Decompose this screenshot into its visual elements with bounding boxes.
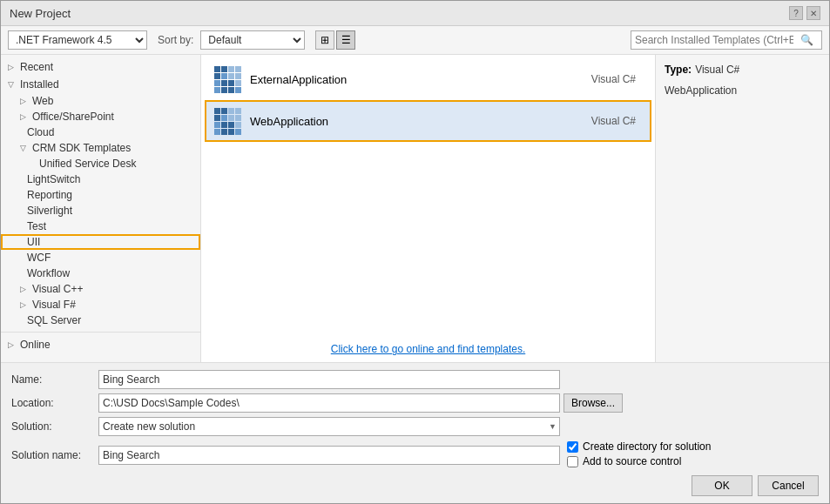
search-input[interactable] <box>631 34 797 46</box>
sidebar-item-visual-fsharp[interactable]: ▷ Visual F# <box>1 297 200 312</box>
sidebar-item-lightswitch[interactable]: LightSwitch <box>1 171 200 187</box>
main-area: ▷ Recent ▽ Installed ▷ Web ▷ Office/Shar… <box>1 55 829 362</box>
list-view-button[interactable]: ☰ <box>336 30 355 50</box>
sidebar-item-uii[interactable]: UII <box>1 234 200 250</box>
solution-label: Solution: <box>11 420 98 433</box>
web-arrow: ▷ <box>18 97 30 105</box>
solution-name-label: Solution name: <box>11 449 98 461</box>
crm-label: CRM SDK Templates <box>30 142 131 154</box>
location-label: Location: <box>11 397 98 409</box>
sidebar-item-test[interactable]: Test <box>1 218 200 234</box>
template-item-webapp[interactable]: WebApplication Visual C# <box>205 100 651 142</box>
sidebar-item-online[interactable]: ▷ Online <box>1 336 200 353</box>
sidebar-item-installed[interactable]: ▽ Installed <box>1 76 200 93</box>
dialog-title: New Project <box>10 7 71 20</box>
online-templates-link[interactable]: Click here to go online and find templat… <box>201 336 655 362</box>
external-app-name: ExternalApplication <box>250 73 591 86</box>
office-arrow: ▷ <box>18 112 30 121</box>
right-panel-description: WebApplication <box>665 84 820 97</box>
new-project-dialog: New Project ? ✕ .NET Framework 4.5 Sort … <box>0 0 830 504</box>
recent-label: Recent <box>20 61 53 73</box>
external-app-icon <box>213 65 241 93</box>
location-row: Location: document.querySelector('[data-… <box>11 393 819 413</box>
framework-select[interactable]: .NET Framework 4.5 <box>8 30 147 50</box>
solution-name-input[interactable] <box>98 446 560 465</box>
online-label: Online <box>20 339 51 351</box>
vcpp-label: Visual C++ <box>30 283 83 295</box>
sidebar-item-recent[interactable]: ▷ Recent <box>1 58 200 76</box>
templates-list: ExternalApplication Visual C# WebApplica… <box>201 55 655 336</box>
webapp-icon <box>213 107 241 135</box>
name-input[interactable] <box>98 370 560 389</box>
view-buttons: ⊞ ☰ <box>315 30 355 50</box>
solution-select[interactable]: Create new solution <box>98 417 560 436</box>
name-row: Name: document.querySelector('[data-name… <box>11 370 819 389</box>
solution-select-wrapper: Create new solution ▼ <box>98 417 560 436</box>
sidebar: ▷ Recent ▽ Installed ▷ Web ▷ Office/Shar… <box>1 55 201 362</box>
sidebar-item-cloud[interactable]: Cloud <box>1 124 200 140</box>
bottom-form: Name: document.querySelector('[data-name… <box>1 362 829 503</box>
sidebar-item-unified-service-desk[interactable]: Unified Service Desk <box>1 156 200 171</box>
sidebar-item-workflow[interactable]: Workflow <box>1 265 200 281</box>
title-bar: New Project ? ✕ <box>1 1 829 26</box>
solution-name-row: Solution name: document.querySelector('[… <box>11 440 819 470</box>
sidebar-item-office[interactable]: ▷ Office/SharePoint <box>1 109 200 124</box>
tile-view-button[interactable]: ⊞ <box>315 30 334 50</box>
create-dir-checkbox[interactable] <box>567 441 578 453</box>
template-item-external[interactable]: ExternalApplication Visual C# <box>205 58 651 100</box>
sidebar-item-reporting[interactable]: Reporting <box>1 187 200 203</box>
ok-button[interactable]: OK <box>692 475 752 496</box>
webapp-type: Visual C# <box>591 115 636 127</box>
vcpp-arrow: ▷ <box>18 285 30 293</box>
add-source-checkbox[interactable] <box>567 456 578 467</box>
type-value: Visual C# <box>695 64 739 79</box>
office-label: Office/SharePoint <box>30 111 114 123</box>
search-icon[interactable]: 🔍 <box>797 31 816 49</box>
sidebar-item-crm-sdk[interactable]: ▽ CRM SDK Templates <box>1 140 200 156</box>
sidebar-item-web[interactable]: ▷ Web <box>1 93 200 109</box>
sort-label: Sort by: <box>158 34 193 46</box>
installed-label: Installed <box>20 78 59 91</box>
external-app-type: Visual C# <box>591 73 636 85</box>
vfs-arrow: ▷ <box>18 300 30 309</box>
cancel-button[interactable]: Cancel <box>758 475 819 496</box>
sidebar-item-silverlight[interactable]: Silverlight <box>1 203 200 218</box>
add-source-label: Add to source control <box>583 455 681 467</box>
web-label: Web <box>30 95 53 107</box>
close-button[interactable]: ✕ <box>806 6 820 20</box>
title-bar-controls: ? ✕ <box>789 6 820 20</box>
name-label: Name: <box>11 373 98 386</box>
location-wrapper: document.querySelector('[data-name="loca… <box>98 393 560 413</box>
online-arrow: ▷ <box>8 340 20 349</box>
sort-select[interactable]: Default <box>200 30 305 50</box>
crm-arrow: ▽ <box>18 144 30 152</box>
content-pane: ExternalApplication Visual C# WebApplica… <box>201 55 655 362</box>
help-button[interactable]: ? <box>789 6 803 20</box>
toolbar: .NET Framework 4.5 Sort by: Default ⊞ ☰ … <box>1 26 829 55</box>
sidebar-item-wcf[interactable]: WCF <box>1 250 200 265</box>
type-label: Type: <box>665 64 692 76</box>
installed-arrow: ▽ <box>8 80 20 89</box>
location-input[interactable] <box>98 393 560 413</box>
right-panel: Type: Visual C# WebApplication <box>655 55 829 362</box>
webapp-name: WebApplication <box>250 115 591 128</box>
sidebar-item-sql-server[interactable]: SQL Server <box>1 312 200 328</box>
add-source-row: Add to source control <box>567 455 711 467</box>
vfs-label: Visual F# <box>30 299 76 311</box>
solution-row: Solution: Create new solution ▼ <box>11 417 819 436</box>
form-buttons: OK Cancel <box>11 475 819 496</box>
recent-arrow: ▷ <box>8 63 20 71</box>
create-dir-label: Create directory for solution <box>583 440 711 453</box>
create-dir-row: Create directory for solution <box>567 440 711 453</box>
sidebar-item-visual-cpp[interactable]: ▷ Visual C++ <box>1 281 200 297</box>
browse-button[interactable]: Browse... <box>563 393 623 413</box>
search-box: 🔍 <box>631 30 822 50</box>
